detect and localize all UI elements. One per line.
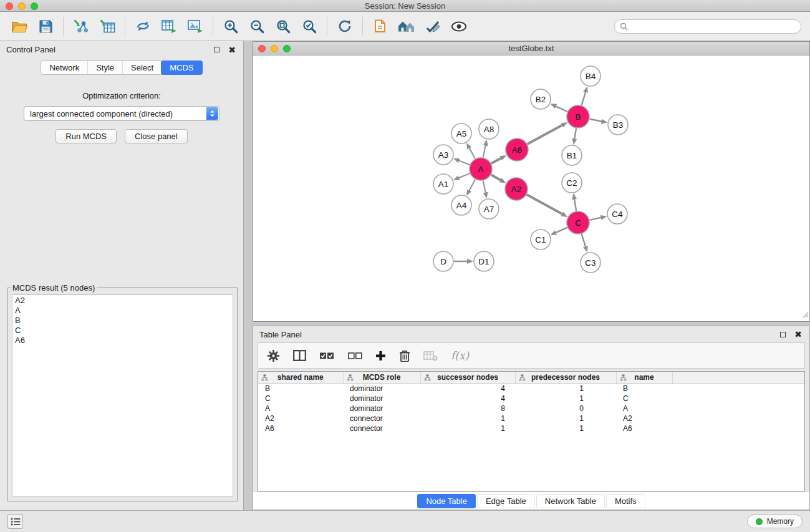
search-input[interactable] xyxy=(631,22,796,31)
table-cell[interactable]: dominator xyxy=(343,394,420,404)
table-cell[interactable]: A6 xyxy=(258,423,343,433)
edge-A-A2[interactable] xyxy=(491,175,502,181)
node-D[interactable]: D xyxy=(433,251,453,271)
criterion-dropdown[interactable]: largest connected component (directed) xyxy=(24,106,219,121)
node-B2[interactable]: B2 xyxy=(531,89,551,109)
table-cell[interactable]: A xyxy=(616,404,672,414)
table-row[interactable]: A6connector11A6 xyxy=(258,423,804,433)
window-resize-grip[interactable] xyxy=(801,309,809,321)
export-image-button[interactable] xyxy=(182,14,208,38)
memory-button[interactable]: Memory xyxy=(747,515,803,528)
export-table-button[interactable] xyxy=(156,14,182,38)
table-cell[interactable]: B xyxy=(258,384,343,394)
table-cell[interactable]: A2 xyxy=(616,414,672,423)
edge-C-C4[interactable] xyxy=(590,217,602,220)
table-cell[interactable]: 1 xyxy=(515,414,616,423)
table-close-panel-button[interactable]: ✖ xyxy=(793,329,803,339)
edge-A-A1[interactable] xyxy=(458,173,470,178)
edge-C-C2[interactable] xyxy=(574,198,576,211)
minimize-window-button[interactable] xyxy=(18,2,26,10)
show-columns-button[interactable] xyxy=(293,350,306,361)
close-mcds-panel-button[interactable]: Close panel xyxy=(125,129,188,143)
zoom-window-button[interactable] xyxy=(31,2,38,10)
table-cell[interactable]: 1 xyxy=(515,423,616,433)
edge-A-A7[interactable] xyxy=(483,181,486,194)
new-network-button[interactable] xyxy=(130,14,156,38)
table-cell[interactable]: 8 xyxy=(420,404,515,414)
first-neighbors-button[interactable] xyxy=(367,14,393,38)
tab-motifs[interactable]: Motifs xyxy=(606,494,645,508)
table-cell[interactable]: 1 xyxy=(515,384,616,394)
node-A6[interactable]: A6 xyxy=(506,138,528,161)
zoom-out-button[interactable] xyxy=(244,14,270,38)
network-overview-button[interactable] xyxy=(393,14,420,38)
table-cell[interactable]: B xyxy=(616,384,672,394)
node-C2[interactable]: C2 xyxy=(562,173,582,193)
mcds-result-item[interactable]: A xyxy=(15,306,230,316)
network-zoom-button[interactable] xyxy=(283,45,291,52)
edge-A-A4[interactable] xyxy=(469,180,475,191)
zoom-in-button[interactable] xyxy=(218,14,244,38)
edge-A-A8[interactable] xyxy=(483,145,486,158)
deselect-all-rows-button[interactable] xyxy=(347,351,362,360)
node-D1[interactable]: D1 xyxy=(474,251,494,271)
node-B4[interactable]: B4 xyxy=(581,66,600,86)
float-panel-button[interactable] xyxy=(211,45,221,55)
edge-B-B2[interactable] xyxy=(555,106,567,112)
table-cell[interactable]: dominator xyxy=(343,384,420,394)
table-cell[interactable]: C xyxy=(616,394,672,404)
table-row[interactable]: Bdominator41B xyxy=(258,384,804,394)
edge-B-B1[interactable] xyxy=(574,128,576,140)
table-row[interactable]: A2connector11A2 xyxy=(258,414,804,423)
table-cell[interactable]: C xyxy=(258,394,343,404)
node-A2[interactable]: A2 xyxy=(505,178,528,200)
toggle-panel-button[interactable] xyxy=(7,514,23,529)
node-A[interactable]: A xyxy=(470,158,492,180)
node-A5[interactable]: A5 xyxy=(451,123,471,143)
mcds-result-item[interactable]: A2 xyxy=(15,296,230,306)
column-header-name[interactable]: name xyxy=(616,372,672,384)
function-builder-icon[interactable]: f(x) xyxy=(451,349,469,362)
close-window-button[interactable] xyxy=(6,2,13,10)
table-cell[interactable]: connector xyxy=(343,423,420,433)
close-panel-button[interactable]: ✖ xyxy=(227,45,237,55)
table-cell[interactable]: 1 xyxy=(515,394,616,404)
table-float-panel-button[interactable] xyxy=(778,329,788,339)
edge-A-A3[interactable] xyxy=(458,160,470,165)
node-A4[interactable]: A4 xyxy=(451,195,471,215)
tab-node-table[interactable]: Node Table xyxy=(417,494,476,508)
open-file-button[interactable] xyxy=(6,14,32,38)
delete-table-button[interactable] xyxy=(423,351,438,361)
import-table-button[interactable] xyxy=(94,14,120,38)
node-B3[interactable]: B3 xyxy=(608,115,628,135)
edge-B-B3[interactable] xyxy=(590,119,603,122)
tab-select[interactable]: Select xyxy=(122,61,162,74)
table-cell[interactable]: A6 xyxy=(616,423,672,433)
network-canvas[interactable]: B4B2BB3A5A8A6B1A3AC2A1A2A4A7CC4C1C3DD1 xyxy=(253,56,809,321)
save-session-button[interactable] xyxy=(32,14,59,38)
node-C3[interactable]: C3 xyxy=(581,253,600,273)
table-cell[interactable]: dominator xyxy=(343,404,420,414)
network-close-button[interactable] xyxy=(258,45,266,52)
edge-C-C1[interactable] xyxy=(555,228,567,233)
table-row[interactable]: Adominator80A xyxy=(258,404,804,414)
refresh-view-button[interactable] xyxy=(332,14,358,38)
edge-A-A6[interactable] xyxy=(491,158,502,163)
column-header-successor-nodes[interactable]: successor nodes xyxy=(420,372,515,384)
mcds-result-item[interactable]: A6 xyxy=(15,336,230,346)
column-header-MCDS-role[interactable]: MCDS role xyxy=(343,372,420,384)
table-cell[interactable]: 4 xyxy=(420,394,515,404)
table-cell[interactable]: 1 xyxy=(420,423,515,433)
edge-B-B4[interactable] xyxy=(582,91,586,105)
zoom-fit-button[interactable] xyxy=(270,14,296,38)
node-A3[interactable]: A3 xyxy=(433,145,453,165)
tab-network[interactable]: Network xyxy=(41,61,87,74)
mcds-result-item[interactable]: B xyxy=(15,316,230,326)
node-B[interactable]: B xyxy=(567,105,589,128)
table-cell[interactable]: 0 xyxy=(515,404,616,414)
node-A8[interactable]: A8 xyxy=(479,119,499,139)
tab-style[interactable]: Style xyxy=(87,61,122,74)
zoom-selected-button[interactable] xyxy=(296,14,322,38)
edge-A-A5[interactable] xyxy=(469,147,475,158)
table-cell[interactable]: A xyxy=(258,404,343,414)
